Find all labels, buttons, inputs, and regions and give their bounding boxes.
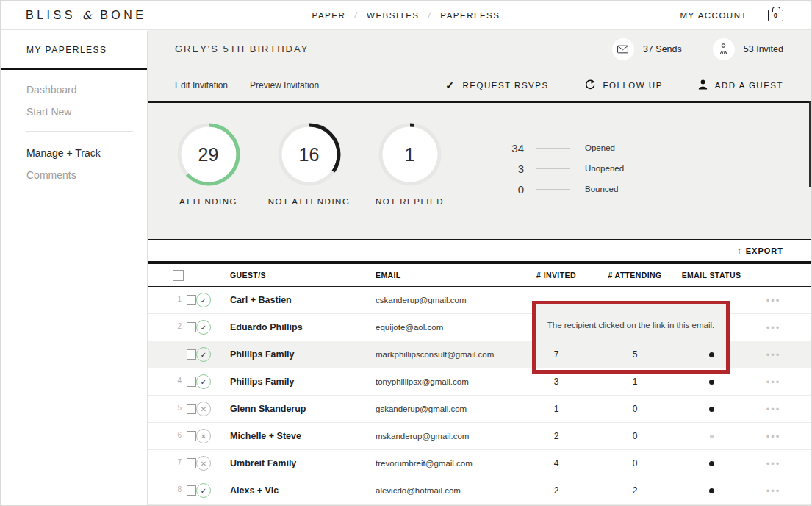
invited-count-cell: 2 [517,431,596,441]
person-icon [713,38,735,60]
row-checkbox[interactable] [187,431,196,441]
col-invited[interactable]: # INVITED [517,271,596,279]
legend-row-unopened: 3Unopened [487,158,624,179]
export-button[interactable]: ↑ EXPORT [737,246,783,256]
nav-item-paper[interactable]: PAPER [312,11,346,20]
table-row[interactable]: 8 ✓ Alexs + Vic alevicdo@hotmail.com 2 2… [148,477,812,505]
table-row[interactable]: 7 ✕ Umbreit Family trevorumbreit@gmail.c… [148,450,812,477]
sends-count: 37 [643,44,653,54]
add-guest-label: ADD A GUEST [715,81,783,90]
sidebar-item-start-new[interactable]: Start New [26,105,147,118]
legend-value: 34 [487,142,524,154]
sends-stat: 37 Sends [612,38,682,60]
table-row[interactable]: 5 ✕ Glenn Skanderup gskanderup@gmail.com… [148,396,812,423]
logo-part1: BLISS [26,9,76,21]
guest-name: Eduardo Phillips [218,322,353,332]
up-arrow-icon: ↑ [737,246,742,256]
row-menu-button[interactable]: ••• [749,348,798,361]
scrollbar-thumb[interactable] [809,101,811,187]
col-email[interactable]: EMAIL [353,271,517,279]
donut-label: ATTENDING [179,197,237,206]
row-checkbox[interactable] [187,322,196,332]
row-menu-button[interactable]: ••• [749,484,798,497]
select-all-checkbox[interactable] [173,270,184,281]
event-header-panel: GREY'S 5TH BIRTHDAY 37 Sends 53 Invited [148,30,812,103]
row-checkbox[interactable] [187,295,196,305]
request-rsvps-button[interactable]: ✓ REQUEST RSVPS [445,79,548,91]
legend-label: Bounced [585,185,618,193]
table-row[interactable]: 4 ✓ Phillips Family tonyphillipsx@gmail.… [148,368,812,396]
sidebar-divider [26,131,133,132]
donut-value: 29 [177,123,240,186]
cart-icon[interactable]: 0 [768,10,783,21]
logo-part2: BONE [100,9,146,21]
legend-row-bounced: 0Bounced [487,179,624,199]
event-title: GREY'S 5TH BIRTHDAY [175,43,309,54]
guest-name: Alexs + Vic [218,485,353,496]
email-status-dot [709,380,714,385]
nav-item-websites[interactable]: WEBSITES [367,11,419,20]
invited-count-cell: 2 [517,485,596,496]
legend-label: Unopened [585,164,624,173]
sidebar-item-dashboard[interactable]: Dashboard [26,83,147,96]
row-number: 6 [173,431,187,441]
table-row[interactable]: 2 ✓ Eduardo Phillips equijote@aol.com ••… [148,314,812,341]
donut-label: NOT REPLIED [376,197,444,206]
invited-count-cell: 1 [517,404,596,414]
sends-label: Sends [655,44,681,54]
row-menu-button[interactable]: ••• [749,293,798,307]
rsvp-yes-icon: ✓ [196,320,211,335]
legend-value: 0 [487,183,524,196]
row-checkbox[interactable] [187,404,196,414]
invited-count-cell: 4 [517,458,596,468]
guest-email: mskanderup@gmail.com [353,432,517,441]
row-menu-button[interactable]: ••• [749,430,798,443]
row-menu-button[interactable]: ••• [749,457,798,470]
follow-up-button[interactable]: FOLLOW UP [584,79,663,91]
row-checkbox[interactable] [187,349,196,360]
guest-table-body: 1 ✓ Carl + Bastien cskanderup@gmail.com … [148,287,812,505]
attending-count-cell: 0 [596,458,674,468]
preview-invitation-link[interactable]: Preview Invitation [250,80,319,90]
row-checkbox[interactable] [187,377,196,387]
table-row[interactable]: ✓ Phillips Family markphillipsconsult@gm… [148,341,812,368]
row-menu-button[interactable]: ••• [749,321,798,334]
add-guest-button[interactable]: ADD A GUEST [698,79,783,91]
guest-name: Carl + Bastien [218,295,353,305]
email-status-dot [709,488,714,493]
col-attending[interactable]: # ATTENDING [596,271,674,279]
col-guests[interactable]: GUEST/S [218,271,353,279]
table-row[interactable]: 1 ✓ Carl + Bastien cskanderup@gmail.com … [148,287,812,314]
legend-label: Opened [585,143,615,152]
guest-name: Phillips Family [218,349,353,360]
row-number: 8 [173,485,187,496]
email-status-dot [710,435,714,438]
sidebar-title: MY PAPERLESS [1,31,147,68]
brand-logo[interactable]: BLISS & BONE [26,9,146,22]
redo-arrow-icon [584,79,596,91]
edit-invitation-link[interactable]: Edit Invitation [175,80,228,90]
sidebar-item-manage-track[interactable]: Manage + Track [26,146,147,159]
invited-count: 53 [744,44,754,54]
my-account-link[interactable]: MY ACCOUNT [680,11,747,20]
nav-item-paperless[interactable]: PAPERLESS [440,11,500,20]
follow-up-label: FOLLOW UP [603,81,663,90]
guest-email: equijote@aol.com [353,323,517,332]
cart-count: 0 [774,11,777,19]
row-checkbox[interactable] [187,458,196,468]
donut-value: 16 [278,123,341,186]
rsvp-yes-icon: ✓ [196,293,211,307]
row-number: 7 [173,458,187,468]
primary-nav: PAPER/WEBSITES/PAPERLESS [312,10,500,21]
donut-not-attending: 16NOT ATTENDING [259,123,359,206]
rsvp-yes-icon: ✓ [196,374,211,389]
row-menu-button[interactable]: ••• [749,375,798,388]
guest-email: cskanderup@gmail.com [353,296,517,304]
sidebar-item-comments[interactable]: Comments [26,168,147,181]
nav-separator: / [354,10,358,21]
col-email-status[interactable]: EMAIL STATUS [674,271,749,279]
row-checkbox[interactable] [187,485,196,496]
invited-count-cell: 3 [517,377,596,387]
table-row[interactable]: 6 ✕ Michelle + Steve mskanderup@gmail.co… [148,423,812,450]
row-menu-button[interactable]: ••• [749,402,798,416]
